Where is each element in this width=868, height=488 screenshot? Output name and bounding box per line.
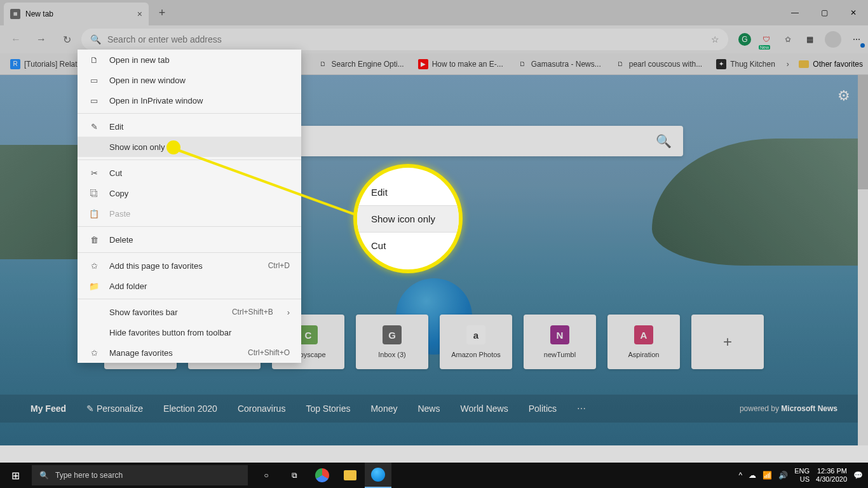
fav-item-gamasutra[interactable]: 🗋Gamasutra - News... bbox=[512, 57, 606, 72]
cm-show-favorites-bar[interactable]: Show favorites barCtrl+Shift+B› bbox=[78, 302, 301, 322]
ql-icon: C bbox=[299, 325, 318, 344]
cm-delete[interactable]: 🗑Delete bbox=[78, 229, 301, 250]
search-icon: 🔍 bbox=[656, 133, 672, 149]
ql-amazon[interactable]: aAmazon Photos bbox=[440, 315, 512, 369]
ql-add-tile[interactable]: + bbox=[691, 315, 764, 369]
feed-topstories[interactable]: Top Stories bbox=[306, 403, 350, 414]
cm-open-inprivate[interactable]: ▭Open in InPrivate window bbox=[78, 90, 301, 111]
volume-icon[interactable]: 🔊 bbox=[778, 471, 788, 480]
page-icon: 🗋 bbox=[517, 59, 527, 69]
cm-manage-favorites[interactable]: ✩Manage favoritesCtrl+Shift+O bbox=[78, 342, 301, 363]
callout-edit: Edit bbox=[357, 179, 459, 206]
star-gear-icon: ✩ bbox=[89, 348, 99, 358]
onedrive-icon[interactable]: ☁ bbox=[749, 471, 756, 480]
minimize-button[interactable]: — bbox=[780, 0, 810, 25]
collections-icon[interactable]: ▦ bbox=[803, 33, 816, 46]
site-icon: ✦ bbox=[716, 59, 726, 69]
fav-item-seo[interactable]: 🗋Search Engine Opti... bbox=[313, 57, 409, 72]
close-window-button[interactable]: ✕ bbox=[839, 0, 868, 25]
fav-item-youtube[interactable]: ▶How to make an E-... bbox=[413, 57, 508, 72]
fav-item-couscous[interactable]: 🗋pearl couscous with... bbox=[610, 57, 707, 72]
menu-button[interactable]: ⋯ bbox=[850, 33, 863, 46]
new-tab-button[interactable]: + bbox=[153, 3, 172, 22]
trash-icon: 🗑 bbox=[89, 234, 99, 245]
back-button[interactable]: ← bbox=[5, 29, 27, 50]
feed-news[interactable]: News bbox=[417, 403, 440, 414]
cm-edit[interactable]: ✎Edit bbox=[78, 116, 301, 137]
notifications-icon[interactable]: 💬 bbox=[853, 471, 863, 480]
ql-inbox[interactable]: GInbox (3) bbox=[356, 315, 428, 369]
grammarly-icon[interactable]: G bbox=[738, 33, 751, 46]
start-button[interactable]: ⊞ bbox=[0, 463, 31, 488]
fav-icon: R bbox=[10, 59, 20, 69]
feed-my-feed[interactable]: My Feed bbox=[31, 403, 66, 414]
page-settings-icon[interactable]: ⚙ bbox=[837, 88, 850, 104]
ql-icon: G bbox=[383, 325, 402, 344]
fav-item-thugkitchen[interactable]: ✦Thug Kitchen bbox=[711, 57, 780, 72]
annotation-callout: Edit Show icon only Cut bbox=[353, 164, 463, 273]
cm-add-page-favorites[interactable]: ✩Add this page to favoritesCtrl+D bbox=[78, 255, 301, 276]
explorer-icon[interactable] bbox=[337, 463, 363, 488]
window-icon: ▭ bbox=[89, 75, 99, 85]
cortana-icon[interactable]: ○ bbox=[253, 463, 280, 488]
folder-plus-icon: 📁 bbox=[89, 281, 99, 291]
extension-icons: G 🛡New ✩ ▦ ⋯ bbox=[738, 31, 863, 48]
cm-cut[interactable]: ✂Cut bbox=[78, 163, 301, 183]
cm-add-folder[interactable]: 📁Add folder bbox=[78, 276, 301, 296]
favorites-icon[interactable]: ✩ bbox=[782, 33, 794, 46]
address-placeholder: Search or enter web address bbox=[107, 34, 222, 44]
wifi-icon[interactable]: 📶 bbox=[763, 471, 772, 480]
titlebar: ▦ New tab × + — ▢ ✕ bbox=[0, 0, 868, 25]
separator bbox=[78, 299, 301, 299]
separator bbox=[78, 113, 301, 114]
cm-open-new-tab[interactable]: 🗋Open in new tab bbox=[78, 50, 301, 70]
ql-icon: a bbox=[466, 325, 485, 344]
cm-hide-favorites-button[interactable]: Hide favorites button from toolbar bbox=[78, 322, 301, 342]
edge-icon[interactable] bbox=[365, 463, 391, 488]
address-bar[interactable]: 🔍 Search or enter web address ☆ bbox=[81, 29, 728, 50]
feed-coronavirus[interactable]: Coronavirus bbox=[238, 403, 285, 414]
cm-copy[interactable]: ⿻Copy bbox=[78, 183, 301, 203]
scrollbar-thumb[interactable] bbox=[858, 75, 868, 189]
tray-chevron-icon[interactable]: ^ bbox=[739, 471, 743, 480]
favorite-star-icon[interactable]: ☆ bbox=[711, 34, 719, 44]
feed-more[interactable]: ⋯ bbox=[577, 403, 586, 414]
other-favorites[interactable]: Other favorites bbox=[799, 60, 863, 69]
feed-personalize[interactable]: ✎ Personalize bbox=[86, 403, 143, 414]
forward-button[interactable]: → bbox=[31, 29, 52, 50]
taskbar: ⊞ 🔍 Type here to search ○ ⧉ ^ ☁ 📶 🔊 ENGU… bbox=[0, 463, 868, 488]
feed-election[interactable]: Election 2020 bbox=[163, 403, 217, 414]
separator bbox=[78, 226, 301, 227]
language-indicator[interactable]: ENGUS bbox=[794, 467, 810, 484]
pencil-icon: ✎ bbox=[89, 121, 99, 132]
chrome-icon[interactable] bbox=[309, 463, 336, 488]
tab-title: New tab bbox=[25, 10, 53, 18]
separator bbox=[78, 252, 301, 253]
browser-tab[interactable]: ▦ New tab × bbox=[4, 3, 149, 25]
taskbar-apps: ○ ⧉ bbox=[253, 463, 391, 488]
close-tab-icon[interactable]: × bbox=[137, 9, 142, 19]
profile-avatar[interactable] bbox=[825, 31, 841, 48]
favbar-overflow-arrow[interactable]: › bbox=[787, 60, 789, 69]
youtube-icon: ▶ bbox=[418, 59, 428, 69]
feed-politics[interactable]: Politics bbox=[529, 403, 557, 414]
maximize-button[interactable]: ▢ bbox=[810, 0, 839, 25]
separator bbox=[78, 159, 301, 160]
clock[interactable]: 12:36 PM4/30/2020 bbox=[816, 467, 847, 484]
feed-worldnews[interactable]: World News bbox=[460, 403, 508, 414]
refresh-button[interactable]: ↻ bbox=[56, 29, 78, 50]
fav-item-tutorials[interactable]: R[Tutorials] Relat... bbox=[5, 57, 89, 72]
ql-aspiration[interactable]: AAspiration bbox=[607, 315, 680, 369]
scissors-icon: ✂ bbox=[89, 168, 99, 178]
cm-open-new-window[interactable]: ▭Open in new window bbox=[78, 70, 301, 90]
taskbar-search[interactable]: 🔍 Type here to search bbox=[32, 465, 248, 485]
feed-money[interactable]: Money bbox=[370, 403, 397, 414]
ql-newtumbl[interactable]: NnewTumbl bbox=[524, 315, 596, 369]
search-icon: 🔍 bbox=[39, 471, 49, 480]
annotation-dot bbox=[166, 140, 180, 154]
task-view-icon[interactable]: ⧉ bbox=[281, 463, 308, 488]
scrollbar[interactable] bbox=[858, 75, 868, 445]
extension-icon-2[interactable]: 🛡New bbox=[760, 33, 773, 46]
paste-icon: 📋 bbox=[89, 208, 99, 219]
ql-icon: N bbox=[550, 325, 569, 344]
